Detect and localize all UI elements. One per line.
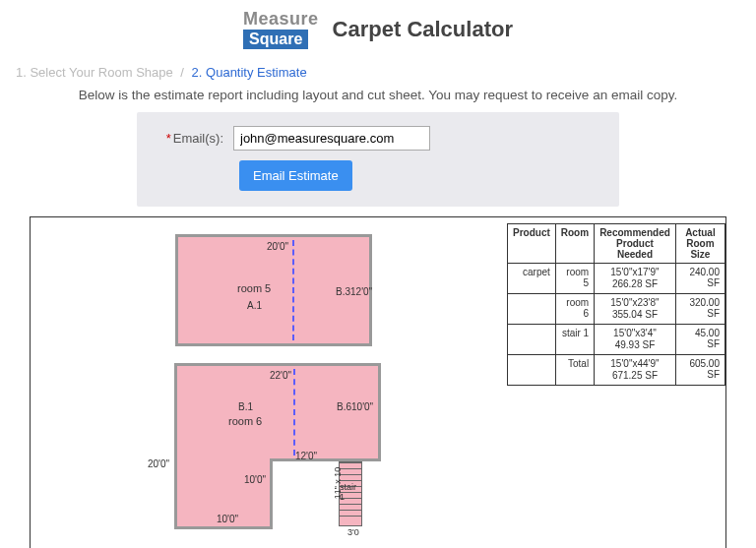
- room6-bottom-dim: 10'0": [217, 514, 238, 524]
- table-row: stair 115'0"x3'4"49.93 SF45.00 SF: [508, 325, 725, 355]
- th-room: Room: [555, 224, 594, 264]
- cell-product: carpet: [508, 264, 556, 294]
- breadcrumb: 1. Select Your Room Shape / 2. Quantity …: [16, 65, 740, 80]
- stair-bottom-dim: 3'0: [347, 527, 359, 537]
- room5-a1-label: A.1: [247, 300, 262, 311]
- room5-seam-dash: [292, 240, 294, 340]
- email-label: *Email(s):: [155, 131, 223, 146]
- th-recommended: Recommended Product Needed: [595, 224, 676, 264]
- intro-text: Below is the estimate report including l…: [0, 88, 756, 102]
- email-input[interactable]: [233, 126, 430, 151]
- cell-recommended: 15'0"x17'9"266.28 SF: [595, 264, 676, 294]
- cell-room: room 5: [555, 264, 594, 294]
- room6-inner-dim: 12'0": [295, 451, 317, 461]
- email-panel: *Email(s): Email Estimate: [137, 112, 619, 207]
- cell-recommended: 15'0"x23'8"355.04 SF: [595, 294, 676, 325]
- cell-size: 45.00 SF: [675, 325, 724, 355]
- room6-name: room 6: [228, 415, 262, 427]
- cell-recommended: 15'0"x3'4"49.93 SF: [595, 325, 676, 355]
- room6-b1-label: B.1: [238, 401, 253, 412]
- cell-recommended: 15'0"x44'9"671.25 SF: [595, 355, 676, 386]
- cell-product: [508, 355, 556, 386]
- cell-product: [508, 294, 556, 325]
- room5-name: room 5: [237, 282, 271, 294]
- room6-inner10-dim: 10'0": [244, 474, 266, 485]
- room-6-top: 22'0" B.1 room 6 B.610'0" 12'0": [174, 363, 381, 461]
- room5-top-dim: 20'0": [267, 241, 288, 252]
- cell-room: room 6: [555, 294, 594, 325]
- th-size: Actual Room Size: [675, 224, 724, 264]
- email-estimate-button[interactable]: Email Estimate: [239, 160, 352, 191]
- room6-left-dim: 20'0": [148, 458, 169, 469]
- cell-room: stair 1: [555, 325, 594, 355]
- cell-size: 240.00 SF: [675, 264, 724, 294]
- room5-right-dim: B.312'0": [336, 286, 372, 297]
- stair-1: stair 1 11" x 10 3'0: [339, 461, 362, 526]
- room6-b6-dim: B.610'0": [337, 401, 373, 412]
- logo-mark: Measure Square: [243, 10, 319, 49]
- page-title: Carpet Calculator: [333, 17, 513, 42]
- room-5: 20'0" room 5 A.1 B.312'0": [175, 234, 372, 346]
- cell-size: 605.00 SF: [675, 355, 724, 386]
- stair-dim: 11" x 10: [333, 467, 343, 500]
- table-row: carpetroom 515'0"x17'9"266.28 SF240.00 S…: [508, 264, 725, 294]
- logo-block: Measure Square Carpet Calculator: [243, 10, 513, 49]
- table-row: room 615'0"x23'8"355.04 SF320.00 SF: [508, 294, 725, 325]
- step-separator: /: [180, 65, 184, 80]
- estimate-report: 20'0" room 5 A.1 B.312'0" 22'0" B.1 room…: [30, 216, 726, 548]
- header: Measure Square Carpet Calculator: [0, 0, 756, 55]
- room6-top-dim: 22'0": [270, 370, 291, 381]
- cell-room: Total: [555, 355, 594, 386]
- room6-seam-dash: [293, 369, 295, 456]
- layout-canvas: 20'0" room 5 A.1 B.312'0" 22'0" B.1 room…: [31, 217, 503, 538]
- logo-top: Measure: [243, 10, 319, 28]
- step-2-link[interactable]: 2. Quantity Estimate: [192, 65, 307, 80]
- room-6-bottom: 20'0" 10'0" 10'0": [174, 458, 273, 529]
- step-1-link[interactable]: 1. Select Your Room Shape: [16, 65, 173, 80]
- table-row: Total15'0"x44'9"671.25 SF605.00 SF: [508, 355, 725, 386]
- th-product: Product: [508, 224, 556, 264]
- product-table: Product Room Recommended Product Needed …: [507, 223, 725, 386]
- cell-size: 320.00 SF: [675, 294, 724, 325]
- logo-bottom: Square: [243, 30, 308, 49]
- cell-product: [508, 325, 556, 355]
